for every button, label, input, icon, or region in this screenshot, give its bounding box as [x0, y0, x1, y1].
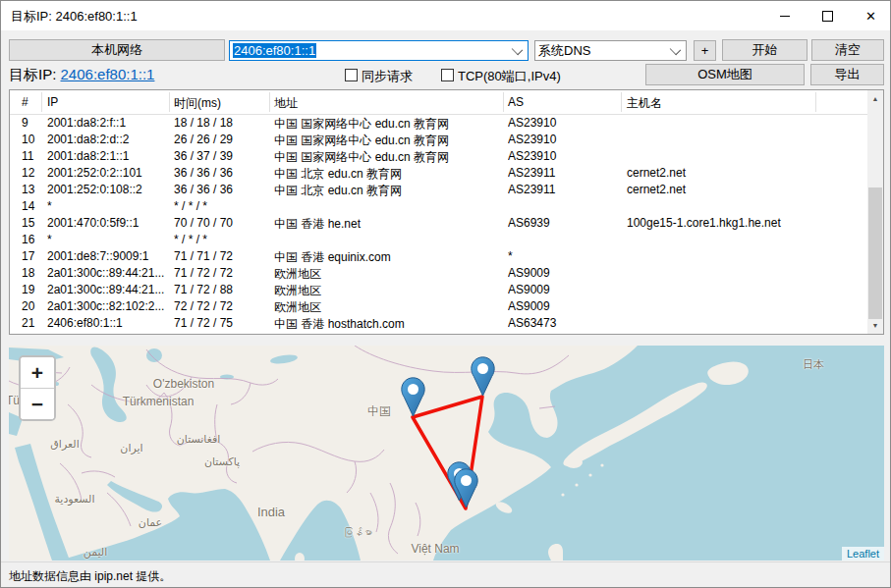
- start-button[interactable]: 开始: [722, 39, 807, 61]
- table-row[interactable]: 202a01:300c::82:102:2...72 / 72 / 72欧洲地区…: [10, 297, 866, 314]
- cell-as: AS9009: [508, 266, 619, 280]
- cell-ip: 2a01:300c::82:102:2...: [47, 299, 167, 313]
- column-separator[interactable]: [169, 92, 170, 112]
- table-row[interactable]: 132001:252:0:108::236 / 36 / 36中国 北京 edu…: [10, 181, 866, 197]
- add-target-button[interactable]: +: [694, 40, 716, 61]
- cell-num: 11: [22, 149, 45, 163]
- marker-hongkong[interactable]: [454, 468, 478, 508]
- cell-as: AS6939: [508, 216, 619, 230]
- map-label: Türkmenistan: [123, 395, 195, 408]
- cell-as: *: [508, 249, 619, 263]
- table-row[interactable]: 112001:da8:2:1::136 / 37 / 39中国 国家网络中心 e…: [10, 147, 866, 164]
- scroll-down-icon[interactable]: ▼: [867, 317, 883, 334]
- cell-ip: *: [47, 199, 167, 213]
- table-row[interactable]: 122001:252:0:2::10136 / 36 / 36中国 北京 edu…: [10, 164, 866, 181]
- zoom-in-button[interactable]: +: [21, 357, 54, 389]
- cell-time: 36 / 36 / 36: [174, 166, 267, 180]
- cell-num: 12: [22, 166, 45, 180]
- column-header-host[interactable]: 主机名: [627, 95, 662, 112]
- minimize-button[interactable]: [762, 1, 807, 30]
- column-header-as[interactable]: AS: [508, 95, 524, 109]
- cell-ip: 2a01:300c::89:44:21...: [47, 283, 167, 296]
- maximize-button[interactable]: [806, 1, 850, 30]
- cell-time: 18 / 18 / 18: [174, 116, 267, 130]
- cell-addr: 中国 香港 hosthatch.com: [274, 316, 501, 333]
- table-row[interactable]: 182a01:300c::89:44:21...71 / 72 / 72欧洲地区…: [10, 264, 866, 281]
- export-button[interactable]: 导出: [810, 64, 884, 85]
- cell-ip: 2a01:300c::89:44:21...: [47, 266, 167, 280]
- cell-time: 71 / 72 / 72: [174, 266, 267, 280]
- column-separator[interactable]: [269, 92, 270, 112]
- chevron-down-icon[interactable]: [512, 44, 523, 55]
- status-text: 地址数据信息由 ipip.net 提供。: [9, 568, 171, 585]
- map-label: اليمن: [84, 546, 107, 559]
- window-title: 目标IP: 2406:ef80:1::1: [11, 8, 138, 26]
- table-row[interactable]: 16** / * / *: [10, 231, 866, 247]
- title-bar[interactable]: 目标IP: 2406:ef80:1::1 ✕: [1, 1, 890, 30]
- cell-num: 15: [22, 216, 45, 230]
- cell-num: 21: [22, 316, 45, 330]
- column-header-time[interactable]: 时间(ms): [174, 95, 221, 112]
- column-separator[interactable]: [621, 92, 622, 112]
- scroll-up-icon[interactable]: ▲: [867, 90, 883, 107]
- column-separator[interactable]: [815, 92, 816, 112]
- close-button[interactable]: ✕: [849, 1, 891, 30]
- cell-time: 71 / 71 / 72: [174, 249, 267, 263]
- dns-combobox[interactable]: 系统DNS: [534, 40, 687, 61]
- cell-num: 20: [22, 299, 45, 313]
- column-separator[interactable]: [503, 92, 504, 112]
- target-ip-link[interactable]: 2406:ef80:1::1: [61, 66, 155, 82]
- map-label: 中国: [367, 403, 391, 420]
- maximize-icon: [822, 11, 833, 22]
- target-ip-combobox-value[interactable]: 2406:ef80:1::1: [233, 43, 316, 58]
- cell-ip: 2001:de8:7::9009:1: [47, 249, 167, 263]
- table-row[interactable]: 14** / * / *: [10, 197, 866, 214]
- cell-host: cernet2.net: [627, 166, 813, 180]
- scrollbar-thumb[interactable]: [868, 187, 882, 319]
- sync-request-checkbox[interactable]: [345, 69, 358, 81]
- column-header-num[interactable]: #: [22, 95, 28, 109]
- local-network-button[interactable]: 本机网络: [9, 39, 225, 61]
- table-scrollbar[interactable]: ▲ ▼: [867, 90, 883, 334]
- table-row[interactable]: 172001:de8:7::9009:171 / 71 / 72中国 香港 eq…: [10, 247, 866, 264]
- column-header-addr[interactable]: 地址: [274, 95, 298, 112]
- marker-beijing[interactable]: [401, 377, 425, 417]
- map-label: O'zbekiston: [153, 377, 214, 391]
- cell-as: AS63473: [508, 316, 619, 330]
- status-bar: 地址数据信息由 ipip.net 提供。: [1, 561, 890, 588]
- cell-as: AS23910: [508, 133, 619, 146]
- target-ip-label: 目标IP:: [9, 66, 61, 82]
- cell-as: AS9009: [508, 283, 619, 296]
- zoom-out-button[interactable]: −: [21, 389, 54, 419]
- chevron-down-icon[interactable]: [670, 44, 681, 55]
- map-label: မြန်မာ: [343, 527, 372, 538]
- table-row[interactable]: 192a01:300c::89:44:21...71 / 72 / 88欧洲地区…: [10, 281, 866, 297]
- map-label: عمان: [139, 516, 162, 529]
- table-row[interactable]: 102001:da8:2:d::226 / 26 / 29中国 国家网络中心 e…: [10, 131, 866, 147]
- clear-button[interactable]: 清空: [811, 39, 884, 61]
- cell-num: 19: [22, 283, 45, 296]
- leaflet-link[interactable]: Leaflet: [847, 548, 879, 560]
- column-separator[interactable]: [41, 92, 42, 112]
- column-header-ip[interactable]: IP: [47, 95, 58, 109]
- cell-num: 17: [22, 249, 45, 263]
- cell-ip: *: [47, 233, 167, 246]
- cell-as: AS23911: [508, 183, 619, 196]
- target-ip-combobox[interactable]: 2406:ef80:1::1: [229, 40, 529, 61]
- cell-num: 10: [22, 133, 45, 146]
- marker-northeast[interactable]: [471, 356, 495, 397]
- osm-map-button[interactable]: OSM地图: [645, 64, 805, 85]
- trace-map[interactable]: TüO'zbekistonTürkmenistan中国日本العراقايران…: [9, 346, 884, 561]
- tcp-checkbox[interactable]: [441, 69, 454, 81]
- table-row[interactable]: 212406:ef80:1::171 / 72 / 75中国 香港 hostha…: [10, 314, 866, 331]
- table-header[interactable]: #IP时间(ms)地址AS主机名: [10, 90, 883, 115]
- table-row[interactable]: 92001:da8:2:f::118 / 18 / 18中国 国家网络中心 ed…: [10, 114, 866, 131]
- cell-time: * / * / *: [174, 233, 267, 246]
- table-row[interactable]: 152001:470:0:5f9::170 / 70 / 70中国 香港 he.…: [10, 214, 866, 231]
- cell-time: 72 / 72 / 72: [174, 299, 267, 313]
- app-window: 目标IP: 2406:ef80:1::1 ✕ 本机网络 2406:ef80:1:…: [0, 0, 891, 588]
- map-label: السعودية: [54, 493, 94, 506]
- cell-ip: 2406:ef80:1::1: [47, 316, 167, 330]
- cell-time: 36 / 37 / 39: [174, 149, 267, 163]
- dns-combobox-value[interactable]: 系统DNS: [538, 43, 590, 59]
